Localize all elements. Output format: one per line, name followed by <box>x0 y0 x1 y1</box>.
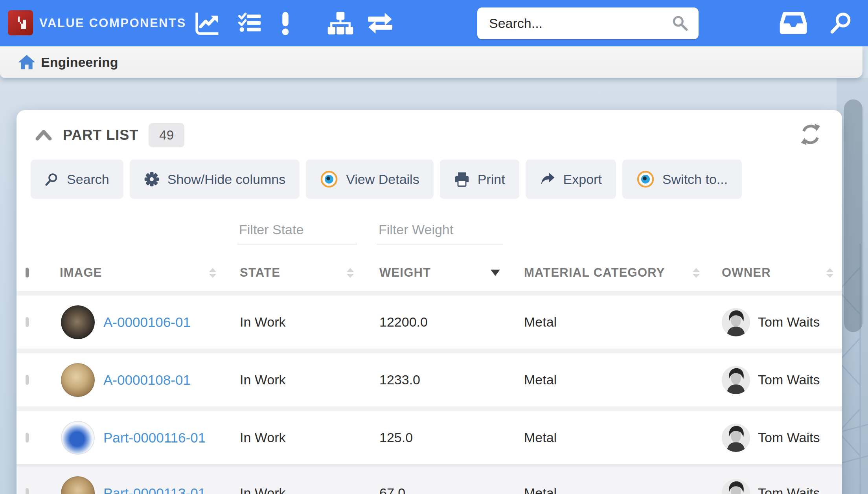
button-label: Export <box>563 172 602 187</box>
button-label: Print <box>478 172 505 187</box>
breadcrumb-location[interactable]: Engineering <box>41 55 118 70</box>
state-cell: In Work <box>225 372 362 387</box>
panel-header: PART LIST 49 <box>17 110 842 156</box>
owner-name: Tom Waits <box>758 430 820 445</box>
sort-descending-icon[interactable] <box>491 270 500 276</box>
switch-to-button[interactable]: Switch to... <box>622 160 742 199</box>
panel-title: PART LIST <box>63 127 138 143</box>
breadcrumb: Engineering <box>0 46 862 78</box>
exclamation-icon[interactable] <box>277 0 294 46</box>
button-label: Search <box>67 172 109 187</box>
app-window: VALUE COMPONENTS <box>0 0 868 494</box>
item-count-badge: 49 <box>149 123 184 147</box>
eye-icon <box>320 170 338 188</box>
row-divider <box>17 291 842 296</box>
owner-name: Tom Waits <box>758 314 820 330</box>
part-thumbnail[interactable] <box>61 421 95 455</box>
weight-cell: 67.0 <box>362 485 512 494</box>
inbox-icon[interactable] <box>780 11 807 36</box>
owner-avatar <box>722 366 750 394</box>
printer-icon <box>454 171 470 187</box>
column-header-image: IMAGE <box>60 266 102 280</box>
column-header-owner: OWNER <box>722 266 771 280</box>
table-row: A-0000106-01 In Work 12200.0 Metal Tom W… <box>17 296 842 349</box>
weight-cell: 12200.0 <box>362 314 512 330</box>
row-checkbox[interactable] <box>26 433 29 443</box>
weight-cell: 1233.0 <box>362 372 512 387</box>
part-thumbnail[interactable] <box>61 305 95 339</box>
chart-line-icon[interactable] <box>195 0 219 46</box>
part-list-panel: PART LIST 49 Search <box>17 110 842 494</box>
export-button[interactable]: Export <box>526 160 616 199</box>
table-row: Part-0000113-01 In Work 67.0 Metal Tom W… <box>17 466 842 494</box>
state-cell: In Work <box>225 485 362 494</box>
global-search-input[interactable] <box>477 16 671 31</box>
value-components-logo-icon[interactable] <box>8 10 33 35</box>
owner-name: Tom Waits <box>758 372 820 387</box>
row-divider <box>17 349 842 353</box>
row-checkbox[interactable] <box>26 317 29 327</box>
table-toolbar: Search Show/Hide columns <box>31 160 828 199</box>
material-category-cell: Metal <box>512 314 708 330</box>
top-navigation-bar: VALUE COMPONENTS <box>0 0 868 46</box>
part-number-link[interactable]: A-0000108-01 <box>103 372 191 388</box>
button-label: View Details <box>346 172 419 187</box>
select-all-checkbox[interactable] <box>26 268 29 277</box>
view-details-button[interactable]: View Details <box>306 160 433 199</box>
export-arrow-icon <box>540 171 555 187</box>
sort-toggle-icon[interactable] <box>693 268 700 278</box>
exchange-arrows-icon[interactable] <box>367 0 394 46</box>
owner-avatar <box>722 308 750 336</box>
search-button[interactable]: Search <box>31 160 123 199</box>
sitemap-icon[interactable] <box>326 0 355 46</box>
table-header-row: IMAGE STATE WEIGHT MATERIAL CATEGORY OWN… <box>17 255 842 291</box>
part-number-link[interactable]: Part-0000113-01 <box>103 485 206 494</box>
filter-weight-input[interactable] <box>377 222 503 244</box>
weight-cell: 125.0 <box>362 430 512 445</box>
material-category-cell: Metal <box>512 430 708 445</box>
column-header-state: STATE <box>240 266 280 280</box>
state-cell: In Work <box>225 430 362 445</box>
part-thumbnail[interactable] <box>61 363 95 397</box>
brand-title[interactable]: VALUE COMPONENTS <box>39 0 186 46</box>
part-thumbnail[interactable] <box>61 476 95 494</box>
table-row: Part-0000116-01 In Work 125.0 Metal Tom … <box>17 411 842 464</box>
tasks-checklist-icon[interactable] <box>238 0 262 46</box>
column-header-weight: WEIGHT <box>379 266 431 280</box>
refresh-icon[interactable] <box>800 123 822 147</box>
search-icon[interactable] <box>671 14 688 33</box>
owner-avatar <box>722 424 750 452</box>
filter-row <box>17 199 842 255</box>
material-category-cell: Metal <box>512 485 708 494</box>
button-label: Show/Hide columns <box>167 172 285 187</box>
page-scrollbar-thumb[interactable] <box>844 99 862 332</box>
home-icon[interactable] <box>18 54 35 70</box>
show-hide-columns-button[interactable]: Show/Hide columns <box>130 160 300 199</box>
owner-avatar <box>722 479 750 494</box>
column-header-material-category: MATERIAL CATEGORY <box>524 266 665 280</box>
eye-icon <box>636 170 655 188</box>
chevron-up-icon[interactable] <box>35 127 53 143</box>
part-number-link[interactable]: Part-0000116-01 <box>103 430 206 446</box>
row-checkbox[interactable] <box>26 488 29 494</box>
gear-icon <box>144 171 160 187</box>
search-icon <box>45 172 59 186</box>
filter-state-input[interactable] <box>237 222 357 244</box>
button-label: Switch to... <box>662 172 728 187</box>
global-search-box <box>477 7 699 39</box>
owner-name: Tom Waits <box>758 485 820 494</box>
row-checkbox[interactable] <box>26 375 29 385</box>
search-icon[interactable] <box>830 11 853 35</box>
sort-toggle-icon[interactable] <box>347 268 354 278</box>
material-category-cell: Metal <box>512 372 708 387</box>
sort-toggle-icon[interactable] <box>209 268 216 278</box>
row-divider <box>17 406 842 411</box>
sort-toggle-icon[interactable] <box>826 268 833 278</box>
table-row: A-0000108-01 In Work 1233.0 Metal Tom Wa… <box>17 353 842 406</box>
state-cell: In Work <box>225 314 362 330</box>
part-number-link[interactable]: A-0000106-01 <box>103 314 191 330</box>
print-button[interactable]: Print <box>440 160 519 199</box>
